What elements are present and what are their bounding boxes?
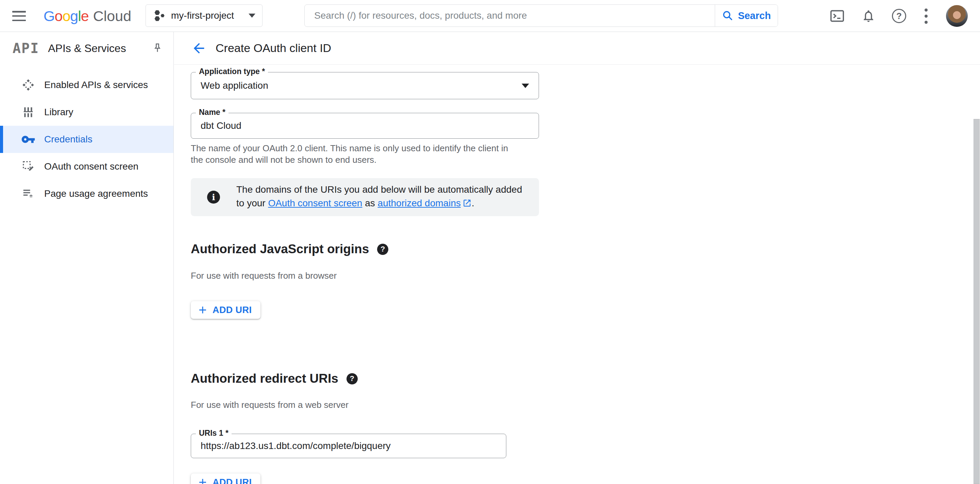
name-helper-text: The name of your OAuth 2.0 client. This … <box>191 143 509 165</box>
project-selector[interactable]: my-first-project <box>146 5 262 27</box>
chevron-down-icon <box>248 14 255 17</box>
page-title: Create OAuth client ID <box>216 41 331 55</box>
vertical-scrollbar[interactable] <box>974 119 980 484</box>
cloud-shell-icon[interactable] <box>829 8 845 24</box>
uri1-field-container: URIs 1 * <box>191 434 506 458</box>
search-input[interactable] <box>305 5 715 27</box>
notifications-bell-icon[interactable] <box>861 9 876 23</box>
info-banner-text: The domains of the URIs you add below wi… <box>236 183 529 211</box>
sidebar-item-label: Page usage agreements <box>44 188 148 199</box>
library-icon <box>21 106 35 119</box>
back-arrow-icon[interactable] <box>191 40 207 56</box>
key-icon <box>21 132 35 146</box>
search-button[interactable]: Search <box>715 5 778 27</box>
redirect-uris-description: For use with requests from a web server <box>191 400 348 410</box>
sidebar-item-label: Enabled APIs & services <box>44 79 148 90</box>
google-cloud-logo[interactable]: G o o g l e Cloud <box>43 0 131 32</box>
sidebar-title: APIs & Services <box>48 42 126 55</box>
sidebar-item-enabled-apis[interactable]: Enabled APIs & services <box>0 71 173 98</box>
sidebar-item-page-usage[interactable]: Page usage agreements <box>0 180 173 207</box>
help-icon[interactable]: ? <box>892 9 906 23</box>
uri1-input[interactable] <box>200 441 496 451</box>
sidebar-item-label: OAuth consent screen <box>44 161 138 172</box>
sidebar-item-oauth-consent[interactable]: OAuth consent screen <box>0 153 173 180</box>
more-options-icon[interactable] <box>923 8 930 24</box>
top-bar: G o o g l e Cloud my-first-project <box>0 0 980 32</box>
dropdown-arrow-icon <box>522 84 529 88</box>
help-icon[interactable]: ? <box>347 373 358 384</box>
consent-screen-icon <box>21 160 35 173</box>
plus-icon <box>197 304 208 316</box>
top-bar-actions: ? <box>829 0 968 32</box>
sidebar-header: API APIs & Services <box>0 32 173 65</box>
info-text-after: . <box>472 198 474 208</box>
logo-letter: g <box>70 8 78 24</box>
application-type-select[interactable]: Application type * Web application <box>191 72 539 99</box>
info-text-between: as <box>362 198 377 208</box>
hamburger-menu-icon[interactable] <box>12 11 26 21</box>
page-usage-icon <box>21 187 35 200</box>
js-origins-description: For use with requests from a browser <box>191 271 337 281</box>
sidebar-nav: Enabled APIs & services Library <box>0 71 173 207</box>
api-product-logo: API <box>13 40 39 56</box>
form-content: Application type * Web application Name … <box>174 65 980 484</box>
logo-letter: e <box>81 8 89 24</box>
avatar[interactable] <box>946 5 968 27</box>
search-icon <box>722 10 733 21</box>
google-cloud-console: G o o g l e Cloud my-first-project <box>0 0 980 484</box>
external-link-icon <box>463 198 472 211</box>
js-origins-heading-text: Authorized JavaScript origins <box>191 242 369 256</box>
logo-letter: l <box>78 8 81 24</box>
application-type-label: Application type * <box>196 67 268 76</box>
main-panel: Create OAuth client ID Application type … <box>174 32 980 484</box>
sidebar-item-library[interactable]: Library <box>0 98 173 126</box>
name-field-container: Name * <box>191 113 539 139</box>
sidebar-item-label: Library <box>44 107 73 117</box>
sidebar-item-credentials[interactable]: Credentials <box>0 126 173 153</box>
info-icon: i <box>207 191 220 203</box>
page-header: Create OAuth client ID <box>174 32 980 65</box>
search-button-label: Search <box>738 10 771 21</box>
logo-letter: o <box>54 8 62 24</box>
add-uri-button-label: ADD URI <box>213 477 251 484</box>
sidebar-item-label: Credentials <box>44 134 92 145</box>
project-name: my-first-project <box>171 10 234 21</box>
help-icon[interactable]: ? <box>377 244 388 255</box>
logo-cloud-text: Cloud <box>93 8 131 24</box>
uri1-label: URIs 1 * <box>196 428 232 438</box>
authorized-domains-link[interactable]: authorized domains <box>378 198 461 208</box>
js-origins-heading: Authorized JavaScript origins ? <box>191 242 388 256</box>
logo-letter: o <box>62 8 70 24</box>
redirect-uris-heading-text: Authorized redirect URIs <box>191 371 338 386</box>
info-banner: i The domains of the URIs you add below … <box>191 178 539 216</box>
redirect-uris-heading: Authorized redirect URIs ? <box>191 371 358 386</box>
enabled-apis-icon <box>21 78 35 92</box>
project-icon <box>153 9 165 22</box>
pin-icon[interactable] <box>152 43 163 54</box>
oauth-consent-screen-link[interactable]: OAuth consent screen <box>268 198 362 208</box>
name-input[interactable] <box>200 120 529 131</box>
global-search-bar: Search <box>304 5 778 27</box>
plus-icon <box>197 476 208 484</box>
name-label: Name * <box>196 108 229 117</box>
sidebar: API APIs & Services Enabled APIs <box>0 32 174 484</box>
logo-letter: G <box>43 8 54 24</box>
application-type-value: Web application <box>200 80 268 91</box>
add-uri-button-js-origins[interactable]: ADD URI <box>191 301 261 319</box>
add-uri-button-redirect[interactable]: ADD URI <box>191 473 261 484</box>
add-uri-button-label: ADD URI <box>213 305 251 316</box>
